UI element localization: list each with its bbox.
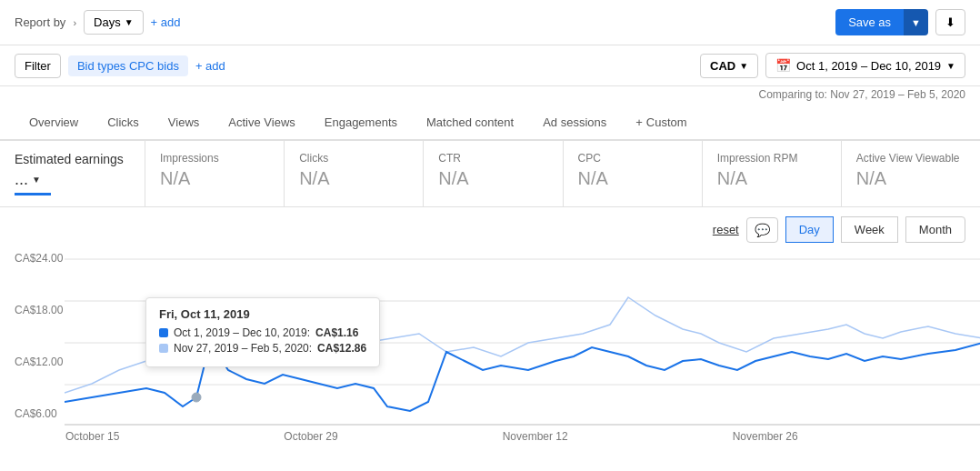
tooltip-dot-dark [159, 328, 168, 337]
comment-icon: 💬 [755, 223, 770, 237]
metric-ctr: CTR N/A [424, 141, 563, 206]
estimated-earnings-label: Estimated earnings [15, 152, 130, 166]
date-range-button[interactable]: 📅 Oct 1, 2019 – Dec 10, 2019 ▼ [765, 53, 965, 78]
tab-overview[interactable]: Overview [15, 106, 93, 141]
filter-tag: Bid types CPC bids [68, 55, 188, 76]
add-link[interactable]: + add [151, 15, 181, 29]
tab-views[interactable]: Views [154, 106, 214, 141]
cpc-label: CPC [578, 152, 687, 165]
impressions-label: Impressions [160, 152, 269, 165]
comparing-bar: Comparing to: Nov 27, 2019 – Feb 5, 2020 [0, 86, 980, 106]
date-range-label: Oct 1, 2019 – Dec 10, 2019 [796, 59, 941, 73]
metric-active-view-viewable: Active View Viewable N/A [842, 141, 980, 206]
metric-estimated-earnings: Estimated earnings ... ▼ [0, 141, 145, 206]
download-button[interactable]: ⬇ [935, 9, 965, 35]
filter-add-link[interactable]: + add [195, 59, 225, 73]
earnings-line [15, 193, 51, 195]
currency-arrow-icon: ▼ [739, 61, 748, 71]
earnings-dropdown-icon: ▼ [32, 175, 41, 185]
tooltip-value-2: CA$12.86 [317, 342, 366, 355]
tooltip: Fri, Oct 11, 2019 Oct 1, 2019 – Dec 10, … [145, 297, 380, 367]
period-month-button[interactable]: Month [905, 216, 965, 243]
tab-clicks[interactable]: Clicks [93, 106, 154, 141]
y-label-24: CA$24.00 [15, 252, 63, 265]
reset-link[interactable]: reset [713, 223, 739, 236]
calendar-icon: 📅 [775, 58, 791, 73]
y-axis: CA$24.00 CA$18.00 CA$12.00 CA$6.00 [15, 252, 63, 420]
cpc-value: N/A [578, 168, 687, 189]
controls-row: reset 💬 Day Week Month [0, 207, 980, 252]
metric-impression-rpm: Impression RPM N/A [703, 141, 842, 206]
tooltip-row-2: Nov 27, 2019 – Feb 5, 2020: CA$12.86 [159, 342, 366, 355]
tabs-bar: Overview Clicks Views Active Views Engag… [0, 106, 980, 141]
currency-button[interactable]: CAD ▼ [700, 54, 758, 78]
clicks-value: N/A [299, 168, 408, 189]
tab-engagements[interactable]: Engagements [310, 106, 412, 141]
tab-ad-sessions[interactable]: Ad sessions [528, 106, 621, 141]
metrics-row: Estimated earnings ... ▼ Impressions N/A… [0, 141, 980, 207]
tooltip-value-1: CA$1.16 [315, 326, 358, 339]
clicks-label: Clicks [299, 152, 408, 165]
chevron-icon: › [73, 17, 76, 28]
top-bar-right: Save as ▼ ⬇ [835, 9, 965, 35]
custom-plus-icon: + [635, 115, 643, 129]
active-view-viewable-label: Active View Viewable [856, 152, 965, 165]
impression-rpm-label: Impression RPM [717, 152, 826, 165]
tooltip-label-2: Nov 27, 2019 – Feb 5, 2020: [174, 342, 312, 355]
tooltip-row-1: Oct 1, 2019 – Dec 10, 2019: CA$1.16 [159, 326, 366, 339]
filter-bar: Filter Bid types CPC bids + add CAD ▼ 📅 … [0, 45, 980, 86]
report-by-label: Report by [15, 15, 65, 29]
filter-right: CAD ▼ 📅 Oct 1, 2019 – Dec 10, 2019 ▼ [700, 53, 965, 78]
impressions-value: N/A [160, 168, 269, 189]
date-arrow-icon: ▼ [946, 61, 955, 71]
metric-clicks: Clicks N/A [285, 141, 424, 206]
active-view-viewable-value: N/A [856, 168, 965, 189]
tooltip-dot-light [159, 344, 168, 353]
tab-active-views[interactable]: Active Views [214, 106, 309, 141]
top-bar: Report by › Days ▼ + add Save as ▼ ⬇ [0, 0, 980, 45]
tab-custom[interactable]: + Custom [621, 106, 701, 141]
filter-button[interactable]: Filter [15, 54, 61, 78]
top-bar-left: Report by › Days ▼ + add [15, 10, 180, 35]
tooltip-title: Fri, Oct 11, 2019 [159, 307, 366, 321]
y-label-12: CA$12.00 [15, 356, 63, 368]
days-arrow-icon: ▼ [125, 17, 134, 27]
metric-impressions: Impressions N/A [145, 141, 285, 206]
save-as-group: Save as ▼ [835, 9, 928, 35]
comment-icon-button[interactable]: 💬 [746, 217, 778, 243]
chart-container: CA$24.00 CA$18.00 CA$12.00 CA$6.00 Fri, … [0, 252, 980, 434]
metric-cpc: CPC N/A [564, 141, 703, 206]
impression-rpm-value: N/A [717, 168, 826, 189]
period-week-button[interactable]: Week [841, 216, 898, 243]
days-button[interactable]: Days ▼ [84, 10, 144, 35]
ctr-label: CTR [438, 152, 547, 165]
ctr-value: N/A [438, 168, 547, 189]
save-as-button[interactable]: Save as [835, 9, 904, 35]
period-day-button[interactable]: Day [785, 216, 834, 243]
tooltip-dot-marker [192, 393, 201, 402]
y-label-18: CA$18.00 [15, 304, 63, 316]
save-as-arrow-button[interactable]: ▼ [904, 9, 928, 35]
tooltip-label-1: Oct 1, 2019 – Dec 10, 2019: [174, 326, 310, 339]
y-label-6: CA$6.00 [15, 407, 63, 420]
tab-matched-content[interactable]: Matched content [412, 106, 528, 141]
currency-label: CAD [710, 59, 735, 73]
estimated-earnings-dots[interactable]: ... ▼ [15, 170, 130, 189]
